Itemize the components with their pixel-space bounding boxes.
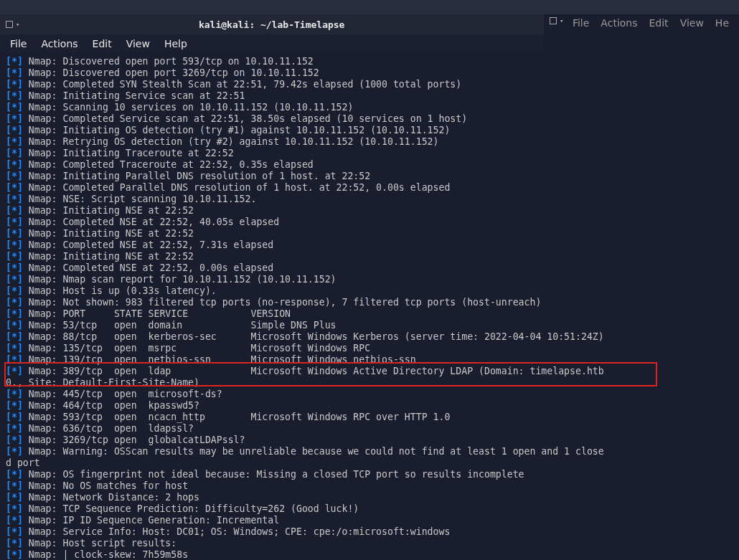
terminal-line: [*] Nmap: Host is up (0.33s latency). <box>6 285 733 297</box>
menu-file[interactable]: File <box>10 38 27 49</box>
bg-menu-item[interactable]: Actions <box>601 17 637 29</box>
terminal-line: [*] Nmap: 593/tcp open ncacn_http Micros… <box>6 412 733 423</box>
terminal-line: [*] Nmap: TCP Sequence Prediction: Diffi… <box>6 503 733 515</box>
menu-view[interactable]: View <box>126 38 150 49</box>
terminal-line: [*] Nmap: IP ID Sequence Generation: Inc… <box>6 515 733 526</box>
terminal-line: [*] Nmap: |_clock-skew: 7h59m58s <box>6 549 733 560</box>
terminal-line: [*] Nmap: Discovered open port 3269/tcp … <box>6 67 733 79</box>
terminal-line: [*] Nmap: NSE: Script scanning 10.10.11.… <box>6 194 733 205</box>
bg-menu-item[interactable]: File <box>573 17 589 29</box>
menu-help[interactable]: Help <box>164 38 187 49</box>
terminal-line: [*] Nmap: Discovered open port 593/tcp o… <box>6 56 733 67</box>
terminal-line: [*] Nmap: 464/tcp open kpasswd5? <box>6 400 733 412</box>
terminal-line: [*] Nmap: Initiating Traceroute at 22:52 <box>6 148 733 159</box>
terminal-line: [*] Nmap: 135/tcp open msrpc Microsoft W… <box>6 343 733 354</box>
terminal-line: 0., Site: Default-First-Site-Name) <box>6 377 733 389</box>
terminal-line: [*] Nmap: 139/tcp open netbios-ssn Micro… <box>6 354 733 366</box>
bg-window-minimize-icon[interactable] <box>550 17 557 24</box>
terminal-line: [*] Nmap: Network Distance: 2 hops <box>6 492 733 503</box>
terminal-line: [*] Nmap: OS fingerprint not ideal becau… <box>6 469 733 480</box>
window-minimize-icon[interactable] <box>6 21 13 28</box>
bg-menu-item[interactable]: View <box>680 17 704 29</box>
terminal-line: [*] Nmap: PORT STATE SERVICE VERSION <box>6 308 733 320</box>
terminal-line: [*] Nmap: 3269/tcp open globalcatLDAPssl… <box>6 435 733 446</box>
terminal-line: [*] Nmap: Initiating NSE at 22:52 <box>6 251 733 262</box>
terminal-line: [*] Nmap: 445/tcp open microsoft-ds? <box>6 389 733 400</box>
terminal-line: [*] Nmap: Initiating Parallel DNS resolu… <box>6 171 733 182</box>
terminal-line: [*] Nmap: Initiating OS detection (try #… <box>6 125 733 136</box>
terminal-line: [*] Nmap: Warning: OSScan results may be… <box>6 446 733 457</box>
terminal-menubar: File Actions Edit View Help <box>0 34 544 53</box>
terminal-line: [*] Nmap: 636/tcp open ldapssl? <box>6 423 733 435</box>
terminal-line: [*] Nmap: Completed NSE at 22:52, 40.05s… <box>6 217 733 228</box>
terminal-line: [*] Nmap: Completed Service scan at 22:5… <box>6 113 733 125</box>
terminal-line: [*] Nmap: No OS matches for host <box>6 480 733 492</box>
background-titlebar-icons: ▾ <box>550 17 563 24</box>
terminal-line: [*] Nmap: Host script results: <box>6 538 733 549</box>
terminal-line: [*] Nmap: 389/tcp open ldap Microsoft Wi… <box>6 366 733 377</box>
titlebar-icons: ▾ <box>6 21 19 28</box>
terminal-line: [*] Nmap: Service Info: Host: DC01; OS: … <box>6 526 733 538</box>
terminal-line: [*] Nmap: Retrying OS detection (try #2)… <box>6 136 733 148</box>
menu-actions[interactable]: Actions <box>41 38 77 49</box>
bg-menu-item[interactable]: He <box>715 17 729 29</box>
terminal-line: [*] Nmap: Nmap scan report for 10.10.11.… <box>6 274 733 285</box>
terminal-line: [*] Nmap: Scanning 10 services on 10.10.… <box>6 102 733 113</box>
terminal-line: d port <box>6 457 733 469</box>
bg-menu-item[interactable]: Edit <box>649 17 669 29</box>
terminal-line: [*] Nmap: Initiating Service scan at 22:… <box>6 90 733 102</box>
window-title: kali@kali: ~/lab-Timelapse <box>19 19 524 30</box>
terminal-line: [*] Nmap: Initiating NSE at 22:52 <box>6 205 733 217</box>
background-window-menubar: File Actions Edit View He <box>563 17 739 29</box>
terminal-line: [*] Nmap: Initiating NSE at 22:52 <box>6 228 733 239</box>
terminal-line: [*] Nmap: 53/tcp open domain Simple DNS … <box>6 320 733 331</box>
terminal-line: [*] Nmap: Completed NSE at 22:52, 0.00s … <box>6 262 733 274</box>
terminal-line: [*] Nmap: Not shown: 983 filtered tcp po… <box>6 297 733 308</box>
terminal-output[interactable]: [*] Nmap: Discovered open port 593/tcp o… <box>0 53 739 560</box>
terminal-line: [*] Nmap: Completed Traceroute at 22:52,… <box>6 159 733 171</box>
terminal-line: [*] Nmap: 88/tcp open kerberos-sec Micro… <box>6 331 733 343</box>
terminal-line: [*] Nmap: Completed SYN Stealth Scan at … <box>6 79 733 90</box>
terminal-line: [*] Nmap: Completed Parallel DNS resolut… <box>6 182 733 194</box>
terminal-line: [*] Nmap: Completed NSE at 22:52, 7.31s … <box>6 239 733 251</box>
desktop-taskbar <box>0 0 739 14</box>
menu-edit[interactable]: Edit <box>93 38 112 49</box>
window-titlebar: ▾ kali@kali: ~/lab-Timelapse <box>0 14 544 34</box>
bg-window-dropdown-icon[interactable]: ▾ <box>560 17 563 24</box>
